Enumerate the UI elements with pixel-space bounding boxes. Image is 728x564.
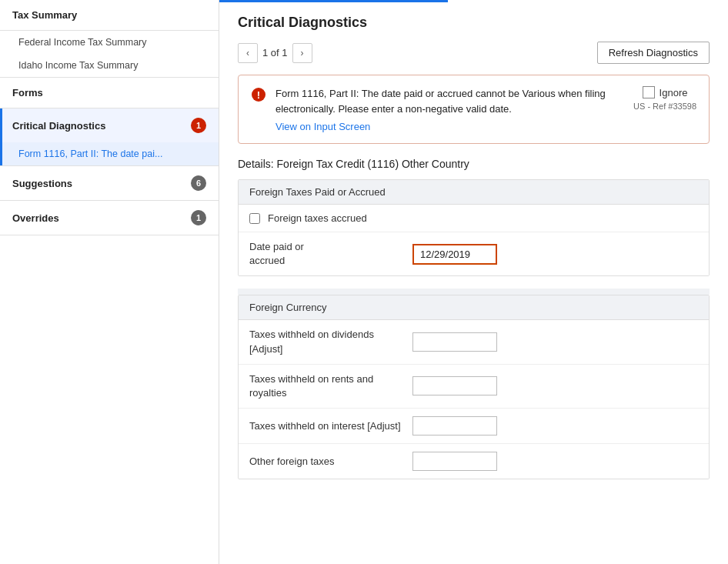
- page-info: 1 of 1: [262, 47, 288, 58]
- taxes-withheld-interest-row: Taxes withheld on interest [Adjust]: [239, 409, 709, 444]
- sidebar-item-idaho-income-tax[interactable]: Idaho Income Tax Summary: [0, 54, 219, 77]
- taxes-withheld-dividends-input[interactable]: [412, 332, 497, 352]
- error-text-block: Form 1116, Part II: The date paid or acc…: [276, 86, 624, 132]
- critical-diagnostics-badge: 1: [191, 118, 206, 133]
- details-title: Details: Foreign Tax Credit (1116) Other…: [238, 158, 710, 170]
- pagination-row: ‹ 1 of 1 › Refresh Diagnostics: [238, 42, 710, 64]
- main-panel: Critical Diagnostics ‹ 1 of 1 › Refresh …: [219, 0, 728, 564]
- foreign-taxes-header: Foreign Taxes Paid or Accrued: [239, 180, 709, 205]
- sidebar-divider-6: [0, 235, 219, 235]
- foreign-currency-body: Taxes withheld on dividends [Adjust] Tax…: [239, 320, 709, 479]
- section-spacer: [238, 289, 710, 295]
- sidebar-section-critical-diagnostics[interactable]: Critical Diagnostics 1: [0, 108, 219, 142]
- foreign-taxes-section: Foreign Taxes Paid or Accrued Foreign ta…: [238, 179, 710, 276]
- error-icon: !: [251, 87, 266, 106]
- svg-text:!: !: [257, 89, 260, 101]
- date-paid-input[interactable]: [412, 244, 497, 265]
- taxes-withheld-rents-input[interactable]: [412, 376, 497, 395]
- taxes-withheld-interest-input[interactable]: [412, 416, 497, 436]
- prev-page-button[interactable]: ‹: [238, 43, 258, 63]
- taxes-withheld-dividends-row: Taxes withheld on dividends [Adjust]: [239, 320, 709, 364]
- ignore-checkbox[interactable]: [643, 86, 655, 98]
- sidebar-item-federal-income-tax[interactable]: Federal Income Tax Summary: [0, 31, 219, 54]
- foreign-currency-header: Foreign Currency: [239, 295, 709, 320]
- foreign-taxes-accrued-row: Foreign taxes accrued: [239, 205, 709, 232]
- suggestions-badge: 6: [191, 175, 206, 191]
- pagination-controls: ‹ 1 of 1 ›: [238, 43, 312, 63]
- error-message: Form 1116, Part II: The date paid or acc…: [276, 86, 624, 116]
- foreign-taxes-body: Foreign taxes accrued Date paid oraccrue…: [239, 205, 709, 275]
- other-foreign-taxes-input[interactable]: [412, 452, 497, 471]
- next-page-button[interactable]: ›: [292, 43, 312, 63]
- taxes-withheld-dividends-label: Taxes withheld on dividends [Adjust]: [249, 328, 403, 355]
- taxes-withheld-interest-label: Taxes withheld on interest [Adjust]: [249, 419, 403, 433]
- sidebar-item-form-1116[interactable]: Form 1116, Part II: The date pai...: [0, 142, 219, 165]
- ref-label: US - Ref #33598: [633, 102, 696, 111]
- other-foreign-taxes-row: Other foreign taxes: [239, 444, 709, 479]
- taxes-withheld-rents-row: Taxes withheld on rents and royalties: [239, 365, 709, 409]
- refresh-diagnostics-button[interactable]: Refresh Diagnostics: [597, 42, 710, 64]
- view-on-input-screen-link[interactable]: View on Input Screen: [276, 121, 370, 132]
- ignore-label: Ignore: [660, 87, 688, 98]
- page-title: Critical Diagnostics: [238, 15, 710, 31]
- overrides-badge: 1: [191, 210, 206, 225]
- ignore-checkbox-row: Ignore: [643, 86, 688, 98]
- other-foreign-taxes-label: Other foreign taxes: [249, 455, 403, 469]
- sidebar-section-forms[interactable]: Forms: [0, 78, 219, 108]
- foreign-taxes-accrued-checkbox[interactable]: [249, 213, 260, 224]
- sidebar-section-overrides[interactable]: Overrides 1: [0, 201, 219, 235]
- sidebar-section-tax-summary[interactable]: Tax Summary: [0, 0, 219, 30]
- sidebar: Tax Summary Federal Income Tax Summary I…: [0, 0, 219, 564]
- foreign-currency-section: Foreign Currency Taxes withheld on divid…: [238, 295, 710, 479]
- date-paid-label: Date paid oraccrued: [249, 240, 403, 268]
- main-content-area: Critical Diagnostics ‹ 1 of 1 › Refresh …: [219, 2, 728, 564]
- foreign-taxes-accrued-label: Foreign taxes accrued: [268, 212, 367, 224]
- error-ignore-block: Ignore US - Ref #33598: [633, 86, 696, 111]
- taxes-withheld-rents-label: Taxes withheld on rents and royalties: [249, 372, 403, 400]
- error-box: ! Form 1116, Part II: The date paid or a…: [238, 75, 710, 144]
- date-paid-row: Date paid oraccrued: [239, 232, 709, 275]
- sidebar-section-suggestions[interactable]: Suggestions 6: [0, 166, 219, 200]
